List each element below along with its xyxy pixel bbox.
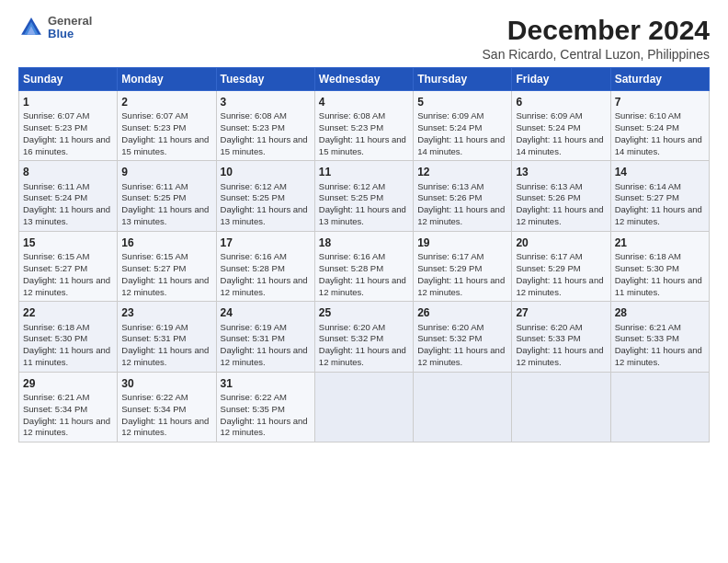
day-number: 14	[615, 165, 705, 179]
table-row: 10Sunrise: 6:12 AMSunset: 5:25 PMDayligh…	[216, 161, 314, 231]
day-info: Sunrise: 6:12 AM	[221, 181, 311, 193]
day-info: Sunrise: 6:21 AM	[23, 392, 113, 404]
table-row: 25Sunrise: 6:20 AMSunset: 5:32 PMDayligh…	[314, 302, 413, 372]
day-info: Daylight: 11 hours and 12 minutes.	[221, 416, 311, 440]
day-info: Daylight: 11 hours and 12 minutes.	[417, 204, 507, 228]
day-info: Sunrise: 6:08 AM	[221, 110, 311, 122]
day-info: Sunrise: 6:20 AM	[319, 322, 409, 334]
day-info: Sunset: 5:34 PM	[23, 404, 113, 416]
day-info: Daylight: 11 hours and 12 minutes.	[417, 345, 507, 369]
day-info: Daylight: 11 hours and 14 minutes.	[615, 134, 705, 158]
day-number: 12	[417, 165, 507, 179]
day-info: Sunrise: 6:16 AM	[319, 251, 409, 263]
day-info: Daylight: 11 hours and 13 minutes.	[319, 204, 409, 228]
table-row: 6Sunrise: 6:09 AMSunset: 5:24 PMDaylight…	[512, 91, 610, 161]
day-info: Daylight: 11 hours and 12 minutes.	[615, 204, 705, 228]
day-number: 1	[23, 95, 113, 109]
day-info: Sunset: 5:31 PM	[121, 333, 211, 345]
table-row: 15Sunrise: 6:15 AMSunset: 5:27 PMDayligh…	[19, 231, 118, 301]
logo-blue: Blue	[48, 28, 92, 40]
day-info: Daylight: 11 hours and 16 minutes.	[23, 134, 113, 158]
day-info: Daylight: 11 hours and 13 minutes.	[23, 204, 113, 228]
table-row	[512, 372, 610, 442]
day-number: 22	[23, 305, 113, 320]
day-number: 13	[516, 165, 606, 179]
day-info: Daylight: 11 hours and 12 minutes.	[516, 204, 606, 228]
day-number: 5	[417, 95, 507, 109]
day-info: Sunrise: 6:20 AM	[417, 322, 507, 334]
day-info: Sunrise: 6:07 AM	[23, 110, 113, 122]
logo-icon	[18, 15, 44, 40]
col-saturday: Saturday	[610, 68, 709, 91]
day-number: 20	[516, 236, 606, 250]
col-friday: Friday	[512, 68, 610, 91]
day-info: Sunrise: 6:11 AM	[121, 181, 211, 193]
table-row: 3Sunrise: 6:08 AMSunset: 5:23 PMDaylight…	[216, 91, 314, 161]
table-row: 30Sunrise: 6:22 AMSunset: 5:34 PMDayligh…	[118, 372, 216, 442]
day-info: Sunset: 5:27 PM	[121, 263, 211, 275]
day-number: 19	[417, 236, 507, 250]
table-row: 14Sunrise: 6:14 AMSunset: 5:27 PMDayligh…	[610, 161, 709, 231]
day-info: Sunrise: 6:17 AM	[516, 251, 606, 263]
day-info: Sunrise: 6:20 AM	[516, 322, 606, 334]
day-number: 2	[121, 95, 211, 109]
day-number: 8	[23, 165, 113, 179]
table-row: 11Sunrise: 6:12 AMSunset: 5:25 PMDayligh…	[314, 161, 413, 231]
day-info: Sunset: 5:31 PM	[221, 333, 311, 345]
day-info: Sunrise: 6:11 AM	[23, 181, 113, 193]
day-number: 28	[615, 305, 705, 320]
table-row: 17Sunrise: 6:16 AMSunset: 5:28 PMDayligh…	[216, 231, 314, 301]
day-info: Sunrise: 6:18 AM	[23, 322, 113, 334]
day-info: Sunrise: 6:13 AM	[516, 181, 606, 193]
day-info: Sunset: 5:34 PM	[121, 404, 211, 416]
table-row: 12Sunrise: 6:13 AMSunset: 5:26 PMDayligh…	[414, 161, 512, 231]
day-info: Sunrise: 6:12 AM	[319, 181, 409, 193]
day-number: 9	[121, 165, 211, 179]
day-info: Sunset: 5:32 PM	[417, 333, 507, 345]
main-title: December 2024	[483, 15, 710, 45]
day-number: 21	[615, 236, 705, 250]
day-number: 3	[221, 95, 311, 109]
calendar-week-4: 22Sunrise: 6:18 AMSunset: 5:30 PMDayligh…	[19, 302, 710, 372]
day-number: 29	[23, 376, 113, 391]
day-number: 17	[221, 236, 311, 250]
day-number: 30	[121, 376, 211, 391]
day-number: 23	[121, 305, 211, 320]
day-number: 16	[121, 236, 211, 250]
day-info: Sunrise: 6:22 AM	[221, 392, 311, 404]
day-number: 18	[319, 236, 409, 250]
table-row: 2Sunrise: 6:07 AMSunset: 5:23 PMDaylight…	[118, 91, 216, 161]
day-number: 27	[516, 305, 606, 320]
table-row: 18Sunrise: 6:16 AMSunset: 5:28 PMDayligh…	[314, 231, 413, 301]
day-number: 26	[417, 305, 507, 320]
day-info: Daylight: 11 hours and 12 minutes.	[23, 275, 113, 299]
calendar-table: Sunday Monday Tuesday Wednesday Thursday…	[18, 67, 710, 442]
table-row: 4Sunrise: 6:08 AMSunset: 5:23 PMDaylight…	[314, 91, 413, 161]
day-info: Daylight: 11 hours and 14 minutes.	[417, 134, 507, 158]
day-info: Daylight: 11 hours and 15 minutes.	[121, 134, 211, 158]
day-number: 24	[221, 305, 311, 320]
title-block: December 2024 San Ricardo, Central Luzon…	[483, 15, 710, 62]
table-row: 5Sunrise: 6:09 AMSunset: 5:24 PMDaylight…	[414, 91, 512, 161]
day-info: Sunset: 5:26 PM	[516, 192, 606, 204]
table-row: 16Sunrise: 6:15 AMSunset: 5:27 PMDayligh…	[118, 231, 216, 301]
table-row: 20Sunrise: 6:17 AMSunset: 5:29 PMDayligh…	[512, 231, 610, 301]
day-info: Daylight: 11 hours and 12 minutes.	[121, 275, 211, 299]
day-info: Daylight: 11 hours and 12 minutes.	[221, 345, 311, 369]
day-number: 7	[615, 95, 705, 109]
logo-general: General	[48, 15, 92, 28]
subtitle: San Ricardo, Central Luzon, Philippines	[483, 47, 710, 62]
col-wednesday: Wednesday	[314, 68, 413, 91]
day-info: Sunset: 5:28 PM	[319, 263, 409, 275]
day-info: Sunset: 5:23 PM	[121, 122, 211, 134]
day-info: Daylight: 11 hours and 15 minutes.	[221, 134, 311, 158]
day-info: Sunrise: 6:08 AM	[319, 110, 409, 122]
day-info: Sunrise: 6:13 AM	[417, 181, 507, 193]
table-row: 9Sunrise: 6:11 AMSunset: 5:25 PMDaylight…	[118, 161, 216, 231]
day-number: 25	[319, 305, 409, 320]
day-info: Daylight: 11 hours and 13 minutes.	[221, 204, 311, 228]
table-row: 24Sunrise: 6:19 AMSunset: 5:31 PMDayligh…	[216, 302, 314, 372]
day-info: Sunset: 5:23 PM	[319, 122, 409, 134]
table-row	[414, 372, 512, 442]
day-info: Daylight: 11 hours and 12 minutes.	[319, 275, 409, 299]
